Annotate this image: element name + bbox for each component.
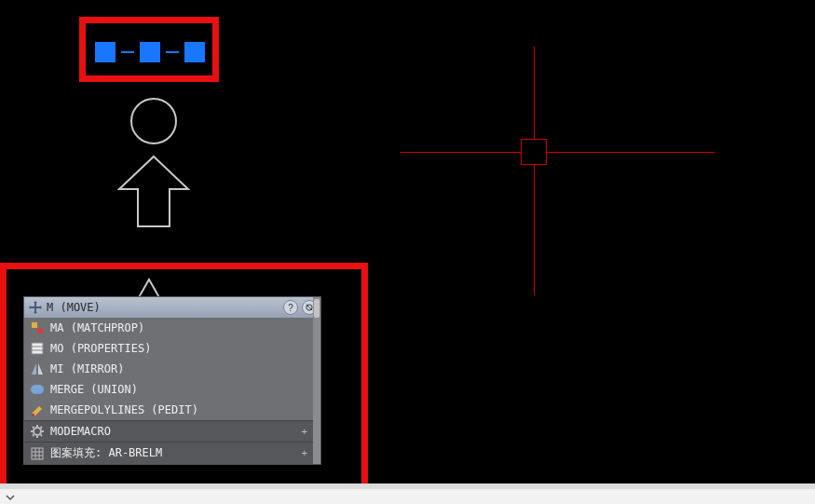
- command-line[interactable]: [0, 489, 815, 504]
- svg-line-15: [33, 427, 34, 429]
- category-label: MODEMACRO: [50, 425, 111, 438]
- hatch-icon: [30, 446, 45, 461]
- command-item-mirror[interactable]: MI (MIRROR): [24, 359, 320, 379]
- command-item-pedit[interactable]: MERGEPOLYLINES (PEDIT): [24, 400, 320, 420]
- svg-rect-9: [32, 414, 34, 416]
- svg-point-10: [34, 428, 41, 435]
- move-icon: [28, 300, 43, 315]
- svg-line-17: [33, 435, 34, 437]
- grip-handle[interactable]: [184, 42, 205, 62]
- properties-icon: [30, 341, 45, 356]
- command-label: MO (PROPERTIES): [50, 342, 151, 355]
- category-label: 图案填充: AR-BRELM: [50, 445, 162, 461]
- circle-entity[interactable]: [130, 98, 177, 144]
- gear-icon: [30, 424, 45, 439]
- pedit-icon: [30, 402, 45, 417]
- crosshair-cursor: [534, 152, 535, 153]
- svg-line-16: [41, 435, 43, 437]
- command-prompt-icon: [6, 492, 15, 501]
- pickbox: [521, 139, 547, 165]
- popup-scrollbar[interactable]: [313, 297, 320, 464]
- grip-connector: [121, 51, 134, 53]
- command-item-properties[interactable]: MO (PROPERTIES): [24, 338, 320, 359]
- command-label: MERGEPOLYLINES (PEDIT): [50, 403, 198, 416]
- svg-rect-3: [37, 328, 43, 334]
- popup-title: M (MOVE): [47, 301, 279, 314]
- command-item-matchprop[interactable]: MA (MATCHPROP): [24, 318, 320, 338]
- matchprop-icon: [30, 320, 45, 335]
- grip-connector: [166, 51, 179, 53]
- svg-rect-2: [32, 322, 37, 328]
- polyline-entity[interactable]: [112, 154, 196, 233]
- selected-grips[interactable]: [95, 42, 205, 62]
- union-icon: [30, 382, 45, 397]
- command-item-union[interactable]: MERGE (UNION): [24, 379, 320, 400]
- svg-point-8: [34, 385, 44, 394]
- command-list: MA (MATCHPROP) MO (PROPERTIES) MI (MIRRO…: [24, 318, 320, 420]
- command-label: MI (MIRROR): [50, 362, 124, 375]
- category-item-hatch[interactable]: 图案填充: AR-BRELM +: [24, 442, 320, 464]
- mirror-icon: [30, 361, 45, 376]
- scrollbar-thumb[interactable]: [314, 299, 319, 318]
- svg-line-18: [41, 427, 43, 429]
- command-autocomplete-popup[interactable]: M (MOVE) ? MA (MATCHPROP) MO (PROPERTIES…: [23, 296, 321, 465]
- popup-header: M (MOVE) ?: [24, 297, 320, 318]
- help-button[interactable]: ?: [283, 300, 298, 315]
- command-label: MERGE (UNION): [50, 383, 138, 396]
- category-item-modemacro[interactable]: MODEMACRO +: [24, 420, 320, 442]
- drawing-canvas[interactable]: M (MOVE) ? MA (MATCHPROP) MO (PROPERTIES…: [0, 0, 815, 504]
- grip-handle[interactable]: [140, 42, 160, 62]
- command-label: MA (MATCHPROP): [50, 321, 144, 334]
- svg-rect-19: [32, 448, 43, 459]
- svg-rect-4: [32, 343, 43, 354]
- grip-handle[interactable]: [95, 42, 115, 62]
